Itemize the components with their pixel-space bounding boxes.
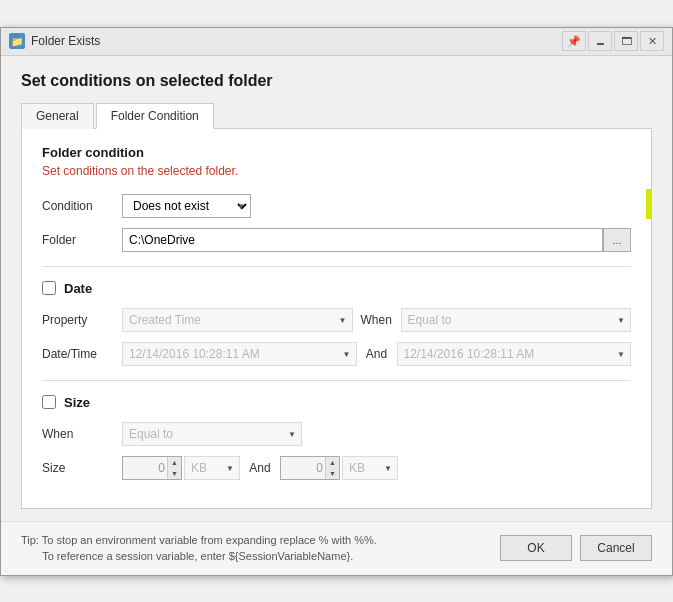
browse-button[interactable]: ... <box>603 228 631 252</box>
property-select[interactable]: Created Time <box>122 308 353 332</box>
date-checkbox-row: Date <box>42 281 631 296</box>
datetime-label: Date/Time <box>42 347 122 361</box>
tab-folder-condition[interactable]: Folder Condition <box>96 103 214 129</box>
property-label: Property <box>42 313 122 327</box>
condition-select-wrapper: Does not exist Exists <box>122 194 251 218</box>
minimize-button[interactable]: 🗕 <box>588 31 612 51</box>
size-label: Size <box>64 395 90 410</box>
tip-line-2: To reference a session variable, enter $… <box>21 550 353 562</box>
size-checkbox-row: Size <box>42 395 631 410</box>
size-spin-up-2[interactable]: ▲ <box>325 457 339 468</box>
condition-select[interactable]: Does not exist Exists <box>122 194 251 218</box>
close-button[interactable]: ✕ <box>640 31 664 51</box>
size-when-label: When <box>42 427 122 441</box>
ok-button[interactable]: OK <box>500 535 572 561</box>
section-desc: Set conditions on the selected folder. <box>42 164 631 178</box>
footer-buttons: OK Cancel <box>500 535 652 561</box>
tab-content: Folder condition Set conditions on the s… <box>21 129 652 509</box>
titlebar-controls: 📌 🗕 🗖 ✕ <box>562 31 664 51</box>
folder-row: Folder ... <box>42 228 631 252</box>
pin-button[interactable]: 📌 <box>562 31 586 51</box>
datetime-select-2[interactable]: 12/14/2016 10:28:11 AM <box>397 342 632 366</box>
size-field-label: Size <box>42 461 122 475</box>
size-spin-down-2[interactable]: ▼ <box>325 468 339 479</box>
size-checkbox[interactable] <box>42 395 56 409</box>
tab-general[interactable]: General <box>21 103 94 129</box>
datetime-row: Date/Time 12/14/2016 10:28:11 AM And 12/… <box>42 342 631 366</box>
size-when-select[interactable]: Equal to <box>122 422 302 446</box>
main-window: 📁 Folder Exists 📌 🗕 🗖 ✕ Set conditions o… <box>0 27 673 576</box>
property-row: Property Created Time When Equal to <box>42 308 631 332</box>
date-label: Date <box>64 281 92 296</box>
when-select[interactable]: Equal to <box>401 308 632 332</box>
window-title: Folder Exists <box>31 34 100 48</box>
folder-input[interactable] <box>122 228 603 252</box>
window-icon: 📁 <box>9 33 25 49</box>
tip-line-1: Tip: To stop an environment variable fro… <box>21 534 377 546</box>
size-unit-select-2[interactable]: KB MB GB <box>342 456 398 480</box>
when-label: When <box>361 313 401 327</box>
folder-label: Folder <box>42 233 122 247</box>
size-spin-up-1[interactable]: ▲ <box>167 457 181 468</box>
title-bar: 📁 Folder Exists 📌 🗕 🗖 ✕ <box>1 28 672 56</box>
tab-bar: General Folder Condition <box>21 102 652 129</box>
divider-1 <box>42 266 631 267</box>
size-spin-down-1[interactable]: ▼ <box>167 468 181 479</box>
size-when-row: When Equal to <box>42 422 631 446</box>
footer: Tip: To stop an environment variable fro… <box>1 521 672 575</box>
tip-text: Tip: To stop an environment variable fro… <box>21 532 500 565</box>
page-title: Set conditions on selected folder <box>21 72 652 90</box>
divider-2 <box>42 380 631 381</box>
window-content: Set conditions on selected folder Genera… <box>1 56 672 521</box>
and-label-2: And <box>240 461 280 475</box>
yellow-accent-bar <box>646 189 652 219</box>
datetime-select-1[interactable]: 12/14/2016 10:28:11 AM <box>122 342 357 366</box>
date-checkbox[interactable] <box>42 281 56 295</box>
and-label-1: And <box>357 347 397 361</box>
maximize-button[interactable]: 🗖 <box>614 31 638 51</box>
section-title: Folder condition <box>42 145 631 160</box>
size-value-row: Size ▲ ▼ KB MB GB <box>42 456 631 480</box>
condition-row: Condition Does not exist Exists <box>42 194 631 218</box>
cancel-button[interactable]: Cancel <box>580 535 652 561</box>
condition-label: Condition <box>42 199 122 213</box>
size-unit-select-1[interactable]: KB MB GB <box>184 456 240 480</box>
